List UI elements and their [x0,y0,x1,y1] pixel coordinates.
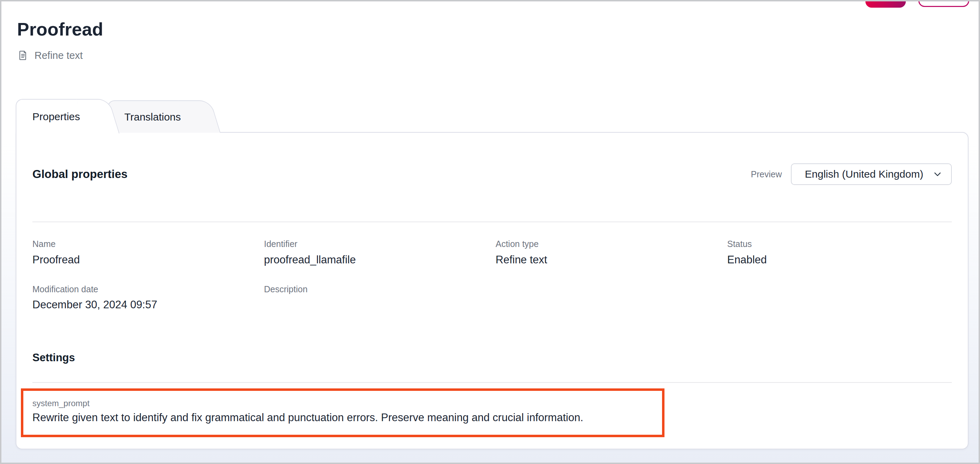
properties-panel: Global properties Preview English (Unite… [16,132,969,450]
field-identifier-value: proofread_llamafile [264,253,488,267]
field-modification-date-value: December 30, 2024 09:57 [32,298,257,312]
global-properties-header: Global properties Preview English (Unite… [32,163,952,185]
field-description-label: Description [264,284,488,295]
settings-heading: Settings [32,351,952,364]
page-title: Proofread [17,19,103,40]
tab-properties[interactable]: Properties [16,99,90,134]
system-prompt-highlight-box[interactable]: system_prompt Rewrite given text to iden… [21,388,665,437]
system-prompt-label: system_prompt [32,399,655,408]
field-action-type: Action type Refine text [496,238,720,267]
tab-bar: Properties Translations [2,99,978,133]
secondary-action-button[interactable] [918,0,969,7]
section-divider [32,222,952,222]
settings-divider [32,382,952,383]
system-prompt-value: Rewrite given text to identify and fix g… [32,411,655,424]
chevron-down-icon [932,168,943,180]
action-type-subtitle: Refine text [17,49,83,61]
global-properties-heading: Global properties [32,167,127,181]
field-modification-date: Modification date December 30, 2024 09:5… [32,284,257,312]
primary-action-button[interactable] [865,0,906,8]
field-identifier-label: Identifier [264,238,488,250]
field-description: Description [264,284,488,312]
field-name-label: Name [32,238,257,250]
field-action-type-value: Refine text [496,253,720,267]
subtitle-text: Refine text [35,50,83,61]
field-modification-date-label: Modification date [32,284,257,295]
tab-properties-label: Properties [32,111,80,123]
field-description-value [264,298,488,312]
preview-label: Preview [751,169,782,179]
field-name-value: Proofread [32,253,257,267]
field-status-label: Status [727,238,952,250]
field-action-type-label: Action type [496,238,720,250]
field-name: Name Proofread [32,238,257,267]
page: Proofread Refine text Properties Transla… [0,0,980,464]
global-properties-fields: Name Proofread Identifier proofread_llam… [32,238,952,312]
tab-translations[interactable]: Translations [108,100,192,133]
document-icon [17,49,29,61]
preview-controls: Preview English (United Kingdom) [751,163,952,185]
tab-translations-label: Translations [124,111,181,123]
field-identifier: Identifier proofread_llamafile [264,238,488,267]
field-status: Status Enabled [727,238,952,267]
language-selector-value: English (United Kingdom) [805,168,923,180]
language-selector[interactable]: English (United Kingdom) [791,163,952,185]
field-status-value: Enabled [727,253,952,267]
